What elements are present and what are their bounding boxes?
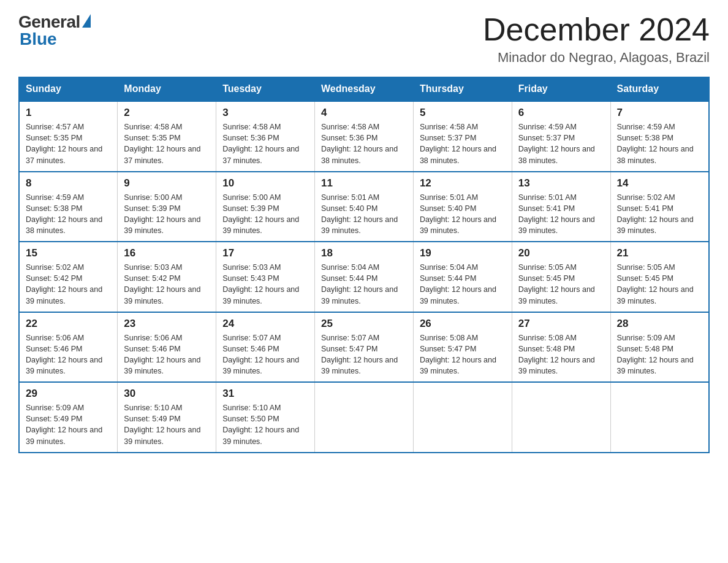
day-cell: 2 Sunrise: 4:58 AMSunset: 5:35 PMDayligh… [118, 101, 216, 172]
title-block: December 2024 Minador do Negrao, Alagoas… [483, 12, 710, 66]
day-cell: 16 Sunrise: 5:03 AMSunset: 5:42 PMDaylig… [118, 242, 216, 312]
day-info: Sunrise: 4:59 AMSunset: 5:37 PMDaylight:… [518, 121, 604, 166]
month-title: December 2024 [483, 12, 710, 47]
day-info: Sunrise: 5:02 AMSunset: 5:42 PMDaylight:… [26, 262, 111, 307]
day-number: 13 [518, 177, 604, 190]
logo: General Blue [18, 12, 91, 49]
calendar-table: SundayMondayTuesdayWednesdayThursdayFrid… [18, 77, 710, 453]
day-number: 16 [124, 247, 210, 259]
day-cell [610, 382, 709, 453]
day-number: 6 [518, 107, 604, 119]
day-info: Sunrise: 5:05 AMSunset: 5:45 PMDaylight:… [617, 262, 702, 307]
day-cell: 24 Sunrise: 5:07 AMSunset: 5:46 PMDaylig… [216, 312, 315, 383]
logo-blue-text: Blue [20, 29, 57, 49]
day-info: Sunrise: 5:09 AMSunset: 5:49 PMDaylight:… [26, 402, 111, 447]
day-cell: 15 Sunrise: 5:02 AMSunset: 5:42 PMDaylig… [19, 242, 118, 312]
day-number: 3 [222, 107, 308, 119]
day-info: Sunrise: 5:04 AMSunset: 5:44 PMDaylight:… [321, 262, 407, 307]
week-row-1: 1 Sunrise: 4:57 AMSunset: 5:35 PMDayligh… [19, 101, 709, 172]
day-number: 15 [26, 247, 111, 259]
day-number: 5 [420, 107, 506, 119]
day-info: Sunrise: 4:58 AMSunset: 5:36 PMDaylight:… [222, 121, 308, 166]
week-row-4: 22 Sunrise: 5:06 AMSunset: 5:46 PMDaylig… [19, 312, 709, 383]
day-cell: 25 Sunrise: 5:07 AMSunset: 5:47 PMDaylig… [315, 312, 414, 383]
day-info: Sunrise: 5:03 AMSunset: 5:42 PMDaylight:… [124, 262, 210, 307]
day-cell: 11 Sunrise: 5:01 AMSunset: 5:40 PMDaylig… [315, 172, 414, 242]
day-info: Sunrise: 4:59 AMSunset: 5:38 PMDaylight:… [617, 121, 702, 166]
day-number: 23 [124, 318, 210, 330]
day-info: Sunrise: 5:00 AMSunset: 5:39 PMDaylight:… [222, 192, 308, 237]
day-info: Sunrise: 4:58 AMSunset: 5:37 PMDaylight:… [420, 121, 506, 166]
day-cell: 7 Sunrise: 4:59 AMSunset: 5:38 PMDayligh… [610, 101, 709, 172]
day-cell: 6 Sunrise: 4:59 AMSunset: 5:37 PMDayligh… [512, 101, 610, 172]
day-number: 12 [420, 177, 506, 190]
day-info: Sunrise: 4:59 AMSunset: 5:38 PMDaylight:… [26, 192, 111, 237]
day-info: Sunrise: 4:57 AMSunset: 5:35 PMDaylight:… [26, 121, 111, 166]
day-number: 21 [617, 247, 702, 259]
day-info: Sunrise: 5:03 AMSunset: 5:43 PMDaylight:… [222, 262, 308, 307]
day-cell: 5 Sunrise: 4:58 AMSunset: 5:37 PMDayligh… [413, 101, 512, 172]
day-cell: 28 Sunrise: 5:09 AMSunset: 5:48 PMDaylig… [610, 312, 709, 383]
day-cell: 12 Sunrise: 5:01 AMSunset: 5:40 PMDaylig… [413, 172, 512, 242]
day-number: 18 [321, 247, 407, 259]
day-info: Sunrise: 4:58 AMSunset: 5:36 PMDaylight:… [321, 121, 407, 166]
day-cell: 8 Sunrise: 4:59 AMSunset: 5:38 PMDayligh… [19, 172, 118, 242]
header-monday: Monday [118, 77, 216, 102]
day-cell: 30 Sunrise: 5:10 AMSunset: 5:49 PMDaylig… [118, 382, 216, 453]
day-number: 31 [222, 388, 308, 400]
day-cell [413, 382, 512, 453]
day-cell: 13 Sunrise: 5:01 AMSunset: 5:41 PMDaylig… [512, 172, 610, 242]
week-row-3: 15 Sunrise: 5:02 AMSunset: 5:42 PMDaylig… [19, 242, 709, 312]
day-cell: 26 Sunrise: 5:08 AMSunset: 5:47 PMDaylig… [413, 312, 512, 383]
header-row: SundayMondayTuesdayWednesdayThursdayFrid… [19, 77, 709, 102]
day-info: Sunrise: 5:08 AMSunset: 5:48 PMDaylight:… [518, 332, 604, 377]
day-cell: 4 Sunrise: 4:58 AMSunset: 5:36 PMDayligh… [315, 101, 414, 172]
week-row-2: 8 Sunrise: 4:59 AMSunset: 5:38 PMDayligh… [19, 172, 709, 242]
logo-triangle-icon [82, 14, 91, 28]
day-info: Sunrise: 5:04 AMSunset: 5:44 PMDaylight:… [420, 262, 506, 307]
day-cell: 29 Sunrise: 5:09 AMSunset: 5:49 PMDaylig… [19, 382, 118, 453]
day-cell: 27 Sunrise: 5:08 AMSunset: 5:48 PMDaylig… [512, 312, 610, 383]
location-text: Minador do Negrao, Alagoas, Brazil [483, 50, 710, 66]
day-cell: 1 Sunrise: 4:57 AMSunset: 5:35 PMDayligh… [19, 101, 118, 172]
day-cell: 9 Sunrise: 5:00 AMSunset: 5:39 PMDayligh… [118, 172, 216, 242]
day-cell: 3 Sunrise: 4:58 AMSunset: 5:36 PMDayligh… [216, 101, 315, 172]
day-number: 1 [26, 107, 111, 119]
day-number: 30 [124, 388, 210, 400]
day-cell: 22 Sunrise: 5:06 AMSunset: 5:46 PMDaylig… [19, 312, 118, 383]
day-info: Sunrise: 5:10 AMSunset: 5:50 PMDaylight:… [222, 402, 308, 447]
day-cell: 14 Sunrise: 5:02 AMSunset: 5:41 PMDaylig… [610, 172, 709, 242]
day-number: 25 [321, 318, 407, 330]
day-number: 22 [26, 318, 111, 330]
day-number: 17 [222, 247, 308, 259]
day-info: Sunrise: 5:02 AMSunset: 5:41 PMDaylight:… [617, 192, 702, 237]
day-number: 19 [420, 247, 506, 259]
day-cell: 19 Sunrise: 5:04 AMSunset: 5:44 PMDaylig… [413, 242, 512, 312]
day-info: Sunrise: 5:08 AMSunset: 5:47 PMDaylight:… [420, 332, 506, 377]
day-number: 8 [26, 177, 111, 190]
day-number: 26 [420, 318, 506, 330]
header-sunday: Sunday [19, 77, 118, 102]
header-friday: Friday [512, 77, 610, 102]
day-info: Sunrise: 5:06 AMSunset: 5:46 PMDaylight:… [124, 332, 210, 377]
day-cell: 10 Sunrise: 5:00 AMSunset: 5:39 PMDaylig… [216, 172, 315, 242]
day-info: Sunrise: 5:01 AMSunset: 5:40 PMDaylight:… [321, 192, 407, 237]
day-number: 9 [124, 177, 210, 190]
day-cell: 21 Sunrise: 5:05 AMSunset: 5:45 PMDaylig… [610, 242, 709, 312]
day-number: 20 [518, 247, 604, 259]
day-number: 28 [617, 318, 702, 330]
day-cell [512, 382, 610, 453]
day-info: Sunrise: 5:10 AMSunset: 5:49 PMDaylight:… [124, 402, 210, 447]
day-info: Sunrise: 5:07 AMSunset: 5:46 PMDaylight:… [222, 332, 308, 377]
day-info: Sunrise: 5:06 AMSunset: 5:46 PMDaylight:… [26, 332, 111, 377]
day-number: 2 [124, 107, 210, 119]
day-info: Sunrise: 4:58 AMSunset: 5:35 PMDaylight:… [124, 121, 210, 166]
page-header: General Blue December 2024 Minador do Ne… [18, 12, 710, 66]
day-number: 14 [617, 177, 702, 190]
day-info: Sunrise: 5:09 AMSunset: 5:48 PMDaylight:… [617, 332, 702, 377]
day-info: Sunrise: 5:01 AMSunset: 5:40 PMDaylight:… [420, 192, 506, 237]
day-number: 7 [617, 107, 702, 119]
day-cell: 17 Sunrise: 5:03 AMSunset: 5:43 PMDaylig… [216, 242, 315, 312]
header-wednesday: Wednesday [315, 77, 414, 102]
day-number: 10 [222, 177, 308, 190]
